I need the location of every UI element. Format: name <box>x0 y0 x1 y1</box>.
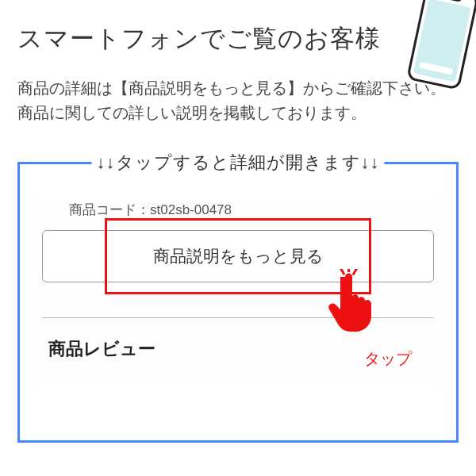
show-more-button[interactable]: 商品説明をもっと見る <box>42 230 434 282</box>
product-code-label: 商品コード： <box>69 202 150 217</box>
svg-rect-1 <box>352 269 359 275</box>
show-more-button-label: 商品説明をもっと見る <box>153 245 324 267</box>
intro-line-2: 商品に関しての詳しい説明を掲載しております。 <box>17 101 459 125</box>
product-code-value: st02sb-00478 <box>150 202 232 217</box>
tap-label: タップ <box>364 348 412 370</box>
intro-line-1: 商品の詳細は【商品説明をもっと見る】からご確認下さい。 <box>17 76 459 101</box>
svg-rect-0 <box>340 269 346 275</box>
example-panel: 商品コード：st02sb-00478 商品説明をもっと見る タップ 商品レビュー <box>37 201 439 383</box>
instruction-box: ↓↓タップすると詳細が開きます↓↓ 商品コード：st02sb-00478 商品説… <box>17 162 459 443</box>
box-legend: ↓↓タップすると詳細が開きます↓↓ <box>92 151 385 175</box>
product-code: 商品コード：st02sb-00478 <box>37 201 439 230</box>
page-title: スマートフォンでご覧のお客様 <box>17 25 381 52</box>
intro-text: 商品の詳細は【商品説明をもっと見る】からご確認下さい。 商品に関しての詳しい説明… <box>0 56 476 125</box>
svg-rect-2 <box>347 269 350 272</box>
